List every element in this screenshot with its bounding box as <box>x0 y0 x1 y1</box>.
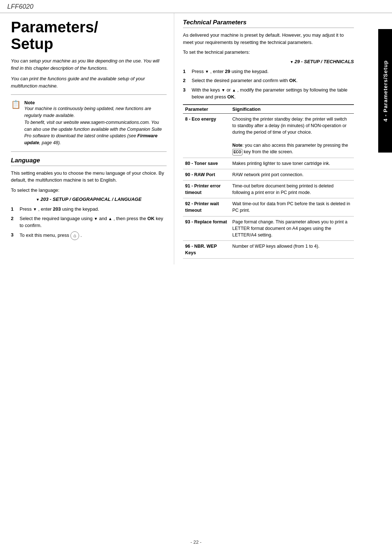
step-2: 2 Select the required language using ▼ a… <box>11 215 167 229</box>
page-title: Parameters/ Setup <box>11 19 167 52</box>
param-cell: 96 - NBR. WEP Keys <box>183 240 230 258</box>
note-text: Your machine is continuously being updat… <box>24 105 167 146</box>
signif-cell: Number of WEP keys allowed (from 1 to 4)… <box>230 240 354 258</box>
tech-body-2: To set the technical parameters: <box>183 49 354 56</box>
signif-cell: Choosing the printer standby delay: the … <box>230 113 354 158</box>
divider-1 <box>11 94 167 95</box>
signif-cell: Makes printing lighter to save toner car… <box>230 158 354 169</box>
param-cell: 90 - RAW Port <box>183 169 230 180</box>
note-icon: 📋 <box>11 100 21 109</box>
language-body-1: This setting enables you to choose the m… <box>11 170 167 184</box>
page-footer: - 22 - <box>0 534 392 548</box>
tech-cmd: 29 - SETUP / TECHNICALS <box>183 59 354 64</box>
param-cell: 92 - Printer wait timeout <box>183 198 230 216</box>
note-box: 📋 Note Your machine is continuously bein… <box>11 100 167 146</box>
side-tab: 4 - Parameters/Setup <box>378 29 392 153</box>
step-3: 3 To exit this menu, press ⌂ . <box>11 231 167 240</box>
table-header-row: Parameter Signification <box>183 105 354 114</box>
signif-cell: Page format change. This parameter allow… <box>230 216 354 240</box>
signif-cell: RAW network print port connection. <box>230 169 354 180</box>
table-row: 8 - Eco energy Choosing the printer stan… <box>183 113 354 158</box>
page: LFF6020 4 - Parameters/Setup Parameters/… <box>0 0 392 555</box>
exit-icon: ⌂ <box>70 231 79 240</box>
tech-step-3: 3 With the keys ▼ or ▲ , modify the para… <box>183 86 354 101</box>
params-table: Parameter Signification 8 - Eco energy C… <box>183 104 354 259</box>
table-row: 80 - Toner save Makes printing lighter t… <box>183 158 354 169</box>
tech-body-1: As delivered your machine is preset by d… <box>183 32 354 46</box>
col-header-param: Parameter <box>183 105 230 114</box>
intro-para-2: You can print the functions guide and th… <box>11 75 167 89</box>
param-cell: 80 - Toner save <box>183 158 230 169</box>
note-content: Note Your machine is continuously being … <box>24 100 167 146</box>
main-content: Parameters/ Setup You can setup your mac… <box>0 13 392 264</box>
top-header: LFF6020 <box>0 0 392 13</box>
intro-para-1: You can setup your machine as you like d… <box>11 57 167 72</box>
table-row: 92 - Printer wait timeout Wait time-out … <box>183 198 354 216</box>
signif-cell: Wait time-out for data from PC before th… <box>230 198 354 216</box>
tech-step-2: 2 Select the desired parameter and confi… <box>183 77 354 84</box>
param-cell: 8 - Eco energy <box>183 113 230 158</box>
language-cmd: 203 - SETUP / GEOGRAPHICAL / LANGUAGE <box>11 197 167 202</box>
tech-heading: Technical Parameters <box>183 19 354 28</box>
language-body-2: To select the language: <box>11 187 167 194</box>
signif-cell: Time-out before document being printed i… <box>230 181 354 198</box>
param-cell: 91 - Printer error timeout <box>183 181 230 198</box>
table-row: 91 - Printer error timeout Time-out befo… <box>183 181 354 198</box>
left-column: Parameters/ Setup You can setup your mac… <box>7 13 174 264</box>
table-row: 96 - NBR. WEP Keys Number of WEP keys al… <box>183 240 354 258</box>
param-cell: 93 - Replace format <box>183 216 230 240</box>
tech-steps: 1 Press ▼ , enter 29 using the keypad. 2… <box>183 68 354 101</box>
tech-step-1: 1 Press ▼ , enter 29 using the keypad. <box>183 68 354 75</box>
language-steps: 1 Press ▼ , enter 203 using the keypad. … <box>11 206 167 240</box>
language-heading: Language <box>11 157 167 166</box>
divider-2 <box>11 151 167 152</box>
model-name: LFF6020 <box>7 3 33 11</box>
note-label: Note <box>24 100 35 105</box>
note-icon-area: 📋 <box>11 100 21 109</box>
table-row: 93 - Replace format Page format change. … <box>183 216 354 240</box>
col-header-signif: Signification <box>230 105 354 114</box>
table-row: 90 - RAW Port RAW network print port con… <box>183 169 354 180</box>
eco-icon: ECO <box>232 149 242 155</box>
step-1: 1 Press ▼ , enter 203 using the keypad. <box>11 206 167 213</box>
right-column: Technical Parameters As delivered your m… <box>174 13 374 264</box>
page-number: - 22 - <box>191 539 201 545</box>
